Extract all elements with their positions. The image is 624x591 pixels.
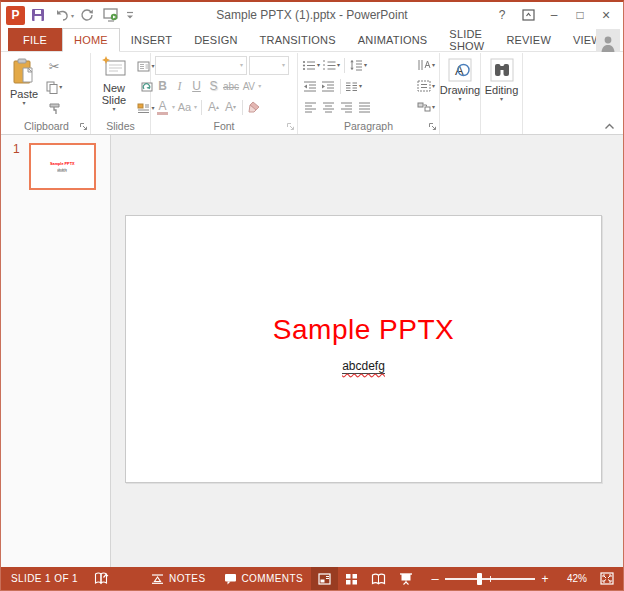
- slide-show-view-button[interactable]: [392, 567, 419, 590]
- zoom-slider-handle[interactable]: [477, 573, 482, 585]
- clear-formatting-button[interactable]: [247, 101, 262, 113]
- tab-transitions[interactable]: TRANSITIONS: [249, 28, 347, 51]
- font-dialog-launcher[interactable]: [286, 122, 295, 131]
- help-button[interactable]: ?: [491, 5, 513, 25]
- title-bar: P ▾: [1, 2, 623, 28]
- change-case-caret-icon: ▾: [194, 104, 197, 111]
- change-case-button[interactable]: Aa: [177, 101, 192, 113]
- tab-home[interactable]: HOME: [62, 28, 120, 52]
- align-center-icon: [322, 102, 335, 113]
- character-spacing-button[interactable]: AV: [241, 81, 256, 92]
- paragraph-dialog-launcher[interactable]: [428, 122, 437, 131]
- fit-slide-to-window-button[interactable]: [595, 567, 619, 590]
- customize-qat-icon: [126, 11, 134, 20]
- spell-check-icon: [94, 572, 109, 585]
- underline-button[interactable]: U: [189, 79, 204, 93]
- italic-button[interactable]: I: [172, 79, 187, 94]
- slide-sorter-view-button[interactable]: [338, 567, 365, 590]
- normal-view-button[interactable]: [311, 567, 338, 590]
- slide-counter[interactable]: SLIDE 1 OF 1: [11, 573, 78, 584]
- powerpoint-logo-icon[interactable]: P: [6, 6, 25, 25]
- minimize-button[interactable]: –: [543, 5, 565, 25]
- align-text-button[interactable]: ▾: [417, 78, 435, 94]
- font-group: ▾ ▾ B I U S abc AV ▾ A ▾: [151, 53, 298, 134]
- paste-caret-icon: ▾: [23, 100, 26, 107]
- slide-thumbnail[interactable]: Sample PPTX abcdefg: [29, 143, 96, 190]
- customize-qat-button[interactable]: [124, 5, 136, 25]
- format-painter-button[interactable]: [44, 99, 64, 117]
- line-spacing-button[interactable]: ▾: [349, 57, 367, 73]
- copy-button[interactable]: ▾: [44, 78, 64, 96]
- undo-button[interactable]: [51, 5, 73, 25]
- tab-insert[interactable]: INSERT: [120, 28, 183, 51]
- character-spacing-caret-icon: ▾: [258, 83, 261, 90]
- grow-font-button[interactable]: A ▴: [206, 100, 221, 114]
- zoom-slider-center-tick: [490, 576, 491, 582]
- close-button[interactable]: ×: [595, 5, 617, 25]
- tab-review[interactable]: REVIEW: [495, 28, 562, 51]
- text-shadow-button[interactable]: S: [206, 79, 221, 93]
- slide-layout-icon: [137, 61, 150, 72]
- clipboard-dialog-launcher[interactable]: [79, 122, 88, 131]
- justify-button[interactable]: [356, 99, 372, 115]
- new-slide-button[interactable]: New Slide ▾: [95, 56, 133, 117]
- notes-toggle-button[interactable]: NOTES: [151, 573, 205, 584]
- bold-button[interactable]: B: [155, 79, 170, 93]
- start-from-beginning-button[interactable]: [100, 5, 122, 25]
- comments-toggle-button[interactable]: COMMENTS: [224, 573, 304, 585]
- font-color-button[interactable]: A: [155, 99, 170, 116]
- tab-design[interactable]: DESIGN: [183, 28, 248, 51]
- reading-view-button[interactable]: [365, 567, 392, 590]
- undo-caret-icon[interactable]: ▾: [71, 12, 74, 19]
- tab-animations[interactable]: ANIMATIONS: [347, 28, 439, 51]
- paste-label: Paste: [10, 88, 38, 100]
- numbering-button[interactable]: ▾: [322, 57, 340, 73]
- font-size-combobox[interactable]: ▾: [249, 56, 289, 75]
- zoom-in-button[interactable]: +: [539, 572, 551, 586]
- paste-icon: [11, 58, 37, 86]
- collapse-ribbon-icon: [604, 123, 615, 130]
- new-slide-icon: [101, 56, 127, 80]
- align-left-button[interactable]: [302, 99, 318, 115]
- slide-title-text[interactable]: Sample PPTX: [126, 314, 601, 346]
- drawing-label: Drawing: [440, 84, 480, 96]
- editing-button[interactable]: Editing ▾: [482, 56, 522, 117]
- shrink-font-button[interactable]: A ▾: [223, 100, 238, 114]
- avatar[interactable]: [596, 29, 620, 52]
- slide-body-text[interactable]: abcdefg: [126, 356, 601, 374]
- decrease-indent-button[interactable]: [302, 78, 318, 94]
- drawing-button[interactable]: A Drawing ▾: [437, 56, 483, 117]
- tab-slide-show[interactable]: SLIDE SHOW: [438, 28, 495, 51]
- increase-indent-button[interactable]: [320, 78, 336, 94]
- spell-check-button[interactable]: [94, 572, 109, 585]
- convert-to-smartart-button[interactable]: ▾: [417, 99, 435, 115]
- columns-icon: [345, 81, 358, 92]
- quick-access-toolbar: P ▾: [1, 5, 136, 25]
- strikethrough-button[interactable]: abc: [223, 81, 239, 92]
- zoom-level[interactable]: 42%: [551, 573, 587, 584]
- start-slideshow-icon: [103, 8, 119, 22]
- text-direction-button[interactable]: ▾: [417, 57, 435, 73]
- editing-group: Editing ▾: [481, 53, 523, 134]
- ribbon-display-options-button[interactable]: [517, 5, 539, 25]
- bullets-button[interactable]: ▾: [302, 57, 320, 73]
- shrink-font-arrow-icon: ▾: [233, 104, 236, 110]
- zoom-out-button[interactable]: –: [429, 571, 441, 586]
- font-name-combobox[interactable]: ▾: [155, 56, 247, 75]
- reading-view-icon: [371, 573, 386, 585]
- slides-group-label: Slides: [91, 120, 150, 132]
- slide-canvas[interactable]: Sample PPTX abcdefg: [125, 215, 602, 483]
- paste-button[interactable]: Paste ▾: [7, 56, 41, 117]
- repeat-button[interactable]: [76, 5, 98, 25]
- cut-button[interactable]: ✂: [44, 57, 64, 75]
- maximize-button[interactable]: □: [569, 5, 591, 25]
- align-right-button[interactable]: [338, 99, 354, 115]
- drawing-caret-icon: ▾: [459, 96, 462, 103]
- zoom-slider[interactable]: [445, 578, 535, 580]
- save-button[interactable]: [27, 5, 49, 25]
- columns-button[interactable]: ▾: [345, 78, 362, 94]
- tab-file[interactable]: FILE: [8, 28, 62, 51]
- align-center-button[interactable]: [320, 99, 336, 115]
- slide-show-icon: [399, 573, 413, 585]
- collapse-ribbon-button[interactable]: [604, 123, 615, 130]
